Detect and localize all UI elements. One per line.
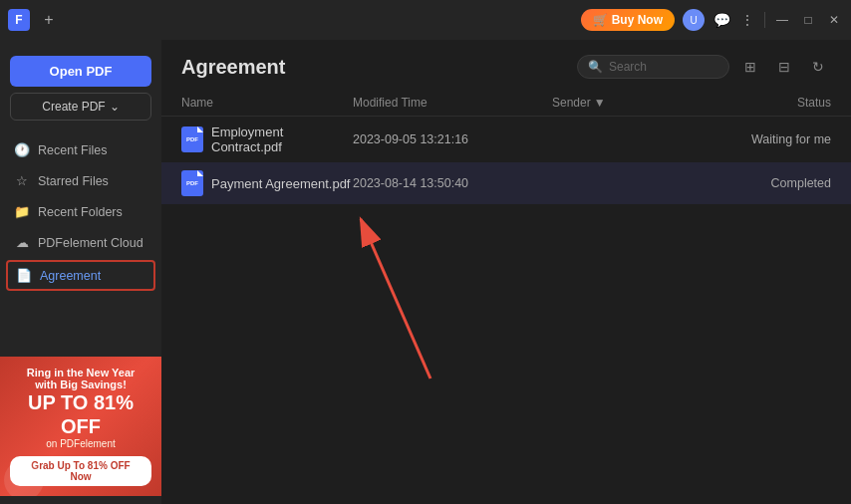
status-badge: Waiting for me bbox=[711, 132, 831, 146]
sidebar-item-label: Starred Files bbox=[38, 174, 109, 188]
view-list-button[interactable]: ⊞ bbox=[737, 54, 763, 80]
minimize-button[interactable]: — bbox=[773, 11, 791, 29]
file-name-cell: PDF Employment Contract.pdf bbox=[181, 125, 353, 154]
create-pdf-button[interactable]: Create PDF ⌄ bbox=[10, 93, 151, 121]
maximize-button[interactable]: □ bbox=[799, 11, 817, 29]
folder-icon: 📁 bbox=[14, 204, 30, 219]
search-icon: 🔍 bbox=[588, 60, 603, 74]
sidebar-item-recent-files[interactable]: 🕐 Recent Files bbox=[0, 134, 161, 165]
modified-time: 2023-08-14 13:50:40 bbox=[353, 176, 552, 190]
content-area: Agreement 🔍 ⊞ ⊟ ↻ Name bbox=[161, 40, 851, 504]
col-modified: Modified Time bbox=[353, 96, 552, 110]
ad-banner: Ring in the New Year with Big Savings! U… bbox=[0, 357, 161, 496]
header-tools: 🔍 ⊞ ⊟ ↻ bbox=[577, 54, 831, 80]
ad-sub-text: on PDFelement bbox=[10, 438, 151, 449]
cloud-icon: ☁ bbox=[14, 235, 30, 250]
file-table: Name Modified Time Sender ▼ Status bbox=[161, 90, 851, 504]
col-name: Name bbox=[181, 96, 353, 110]
open-pdf-button[interactable]: Open PDF bbox=[10, 56, 151, 87]
page-title: Agreement bbox=[181, 56, 285, 79]
modified-time: 2023-09-05 13:21:16 bbox=[353, 132, 552, 146]
table-row[interactable]: PDF Employment Contract.pdf 2023-09-05 1… bbox=[161, 117, 851, 162]
view-grid-button[interactable]: ⊟ bbox=[771, 54, 797, 80]
status-badge: Completed bbox=[711, 176, 831, 190]
app-icon: F bbox=[8, 9, 30, 31]
titlebar-right: 🛒 Buy Now U 💬 ⋮ — □ ✕ bbox=[581, 9, 843, 31]
sidebar-item-label: Agreement bbox=[40, 269, 101, 283]
ad-line2: with Big Savings! bbox=[10, 378, 151, 390]
buy-now-button[interactable]: 🛒 Buy Now bbox=[581, 9, 675, 31]
content: Agreement 🔍 ⊞ ⊟ ↻ Name bbox=[161, 40, 851, 504]
sidebar-nav: 🕐 Recent Files ☆ Starred Files 📁 Recent … bbox=[0, 128, 161, 299]
file-icon: PDF bbox=[181, 170, 203, 196]
file-icon: PDF bbox=[181, 126, 203, 152]
sidebar-item-label: PDFelement Cloud bbox=[38, 236, 143, 250]
ad-off-text: UP TO 81% OFF bbox=[10, 390, 151, 438]
refresh-button[interactable]: ↻ bbox=[805, 54, 831, 80]
table-row[interactable]: PDF Payment Agreement.pdf 2023-08-14 13:… bbox=[161, 162, 851, 204]
content-header: Agreement 🔍 ⊞ ⊟ ↻ bbox=[161, 40, 851, 90]
file-name: Payment Agreement.pdf bbox=[211, 176, 350, 191]
titlebar: F + 🛒 Buy Now U 💬 ⋮ — □ ✕ bbox=[0, 0, 851, 40]
sidebar-item-starred-files[interactable]: ☆ Starred Files bbox=[0, 165, 161, 196]
sidebar: Open PDF Create PDF ⌄ 🕐 Recent Files ☆ S… bbox=[0, 40, 161, 504]
sidebar-item-label: Recent Folders bbox=[38, 205, 123, 219]
clock-icon: 🕐 bbox=[14, 142, 30, 157]
main-layout: Open PDF Create PDF ⌄ 🕐 Recent Files ☆ S… bbox=[0, 40, 851, 504]
new-tab-button[interactable]: + bbox=[38, 9, 60, 31]
sidebar-item-pdfelement-cloud[interactable]: ☁ PDFelement Cloud bbox=[0, 227, 161, 258]
star-icon: ☆ bbox=[14, 173, 30, 188]
more-icon[interactable]: ⋮ bbox=[738, 11, 756, 29]
file-name-cell: PDF Payment Agreement.pdf bbox=[181, 170, 353, 196]
document-icon: 📄 bbox=[16, 268, 32, 283]
ad-decoration bbox=[4, 460, 44, 496]
sidebar-item-label: Recent Files bbox=[38, 143, 107, 157]
close-button[interactable]: ✕ bbox=[825, 11, 843, 29]
col-sender[interactable]: Sender ▼ bbox=[552, 96, 711, 110]
chat-icon[interactable]: 💬 bbox=[712, 11, 730, 29]
sidebar-item-recent-folders[interactable]: 📁 Recent Folders bbox=[0, 196, 161, 227]
file-name: Employment Contract.pdf bbox=[211, 125, 353, 154]
avatar[interactable]: U bbox=[683, 9, 705, 31]
table-header: Name Modified Time Sender ▼ Status bbox=[161, 90, 851, 117]
create-pdf-arrow: ⌄ bbox=[110, 100, 120, 114]
titlebar-divider bbox=[764, 12, 765, 28]
titlebar-left: F + bbox=[8, 9, 60, 31]
search-box[interactable]: 🔍 bbox=[577, 55, 729, 79]
sidebar-top: Open PDF Create PDF ⌄ bbox=[0, 48, 161, 128]
ad-line1: Ring in the New Year bbox=[10, 367, 151, 378]
sender-sort-icon: ▼ bbox=[594, 96, 606, 110]
search-input[interactable] bbox=[609, 60, 718, 74]
sidebar-item-agreement[interactable]: 📄 Agreement bbox=[6, 260, 155, 291]
col-status: Status bbox=[711, 96, 831, 110]
